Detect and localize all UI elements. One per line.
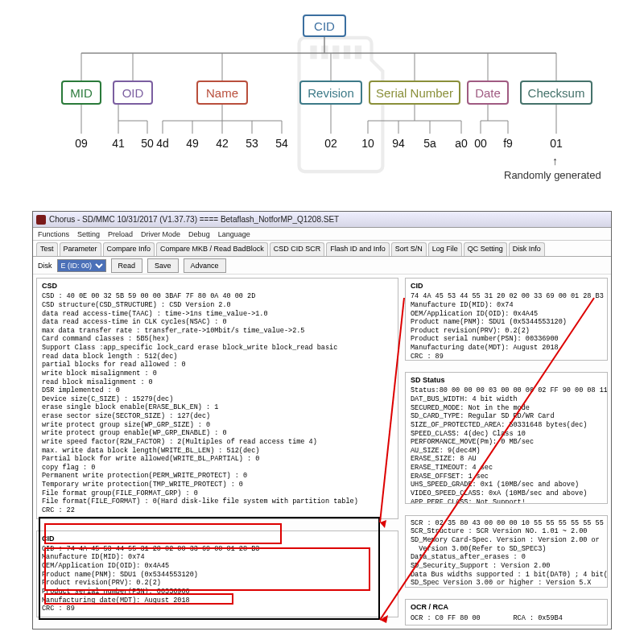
tab-flash[interactable]: Flash ID and Info (326, 242, 390, 256)
csd-line-8: write block misalignment : 0 (42, 369, 393, 378)
tab-log[interactable]: Log File (428, 242, 462, 256)
app-icon (36, 215, 46, 225)
csd-line-1: data read access-time(TAAC) : time->1ns … (42, 310, 393, 319)
cid-hex-red-box (44, 523, 282, 544)
scr-line-6: SD_Spec Version 3.00 or higher : Version… (411, 579, 602, 588)
menu-driver[interactable]: Driver Mode (141, 230, 180, 238)
sd-status-line-1: SECURED_MODE: Not in the mode (411, 404, 602, 413)
csd-line-17: max. write data block length(WRITE_BL_LE… (42, 447, 393, 456)
svg-rect-4 (355, 46, 361, 60)
read-button[interactable]: Read (111, 258, 143, 273)
svg-rect-0 (310, 46, 316, 60)
tab-compare[interactable]: Compare Info (103, 242, 155, 256)
scr-line-4: SD_Security_Support : Version 2.00 (411, 562, 602, 571)
scr-line-1: SD_Memory Card-Spec. Version : Version 2… (411, 536, 602, 545)
tab-test[interactable]: Test (36, 242, 58, 256)
csd-line-20: Permanent write protection(PERM_WRITE_PR… (42, 472, 393, 481)
right-cid-line-0: Manufacture ID(MID): 0x74 (411, 301, 602, 310)
hex-chk-0: 01 (550, 137, 563, 150)
csd-line-16: write speed factor(R2W_FACTOR) : 2(Multi… (42, 438, 393, 447)
sd-status-line-2: SD_CARD_TYPE: Regular SD RD/WR Card (411, 412, 602, 421)
hex-sn-2: 5a (423, 137, 436, 150)
diagram-field-date: Date (467, 80, 509, 105)
csd-hex: CSD : 40 0E 00 32 5B 59 00 00 3BAF 7F 80… (42, 292, 393, 301)
diagram-field-sn: Serial Number (369, 80, 460, 105)
svg-rect-3 (344, 46, 350, 60)
advance-button[interactable]: Advance (184, 258, 226, 273)
window-title: Chorus - SD/MMC 10/31/2017 (V1.37.73) ==… (49, 215, 339, 224)
hex-name-4: 54 (275, 137, 288, 150)
csd-line-24: CRC : 22 (42, 506, 393, 515)
arrow-up-icon: ↑ (552, 155, 558, 167)
tab-mkb[interactable]: Compare MKB / Read BadBlock (156, 242, 268, 256)
tab-qc[interactable]: QC Setting (464, 242, 507, 256)
toolbar: Disk E (ID: 00) Read Save Advance (33, 257, 611, 275)
hex-date-1: f9 (503, 137, 513, 150)
diagram-hex-row: 09 41 50 4d 49 42 53 54 02 10 94 5a a0 0… (0, 137, 644, 153)
diagram-root-cid: CID (303, 14, 346, 37)
sd-status-header: SD Status (411, 376, 602, 385)
csd-line-6: read data block length : 512(dec) (42, 353, 393, 361)
tabbar: Test Parameter Compare Info Compare MKB … (33, 241, 611, 257)
sd-status-line-6: AU_SIZE: 9(dec4M) (411, 447, 602, 456)
tab-diskinfo[interactable]: Disk Info (509, 242, 545, 256)
right-cid-line-6: CRC : 89 (411, 353, 602, 361)
csd-line-14: write protect group size(WP_GRP_SIZE) : … (42, 421, 393, 430)
diagram-field-rev: Revision (299, 80, 362, 105)
right-cid-line-2: Product name(PNM): SDU1 (0x5344553120) (411, 318, 602, 327)
tab-sort[interactable]: Sort S/N (391, 242, 427, 256)
tab-parameter[interactable]: Parameter (60, 242, 101, 256)
csd-line-10: DSR implemented : 0 (42, 386, 393, 395)
scr-header: SCR : 02 35 80 43 00 00 00 10 55 55 55 5… (411, 519, 602, 528)
hex-rev-0: 02 (324, 137, 337, 150)
csd-line-23: File format(FILE_FORMAT) : 0(Hard disk-l… (42, 497, 393, 506)
diagram-field-mid: MID (61, 80, 101, 105)
csd-line-18: Partial block for write allowed(WRITE_BL… (42, 455, 393, 464)
sd-status-panel: SD Status Status:80 00 00 00 03 00 00 00… (405, 372, 608, 504)
csd-line-9: read block misalignment : 0 (42, 378, 393, 387)
svg-rect-1 (321, 46, 328, 60)
csd-line-2: data read access-time in CLK cycles(NSAC… (42, 318, 393, 327)
hex-name-3: 53 (246, 137, 258, 150)
sd-status-line-9: ERASE_OFFSET: 1 sec (411, 473, 602, 481)
ocr-panel: OCR / RCA OCR : C0 FF 80 00 RCA : 0x59B4 (405, 599, 608, 625)
right-cid-line-4: Product serial number(PSN): 00336900 (411, 335, 602, 344)
svg-rect-2 (332, 46, 339, 60)
disk-label: Disk (38, 262, 52, 270)
menu-language[interactable]: Language (218, 230, 250, 238)
ocr-line: OCR : C0 FF 80 00 RCA : 0x59B4 (411, 614, 602, 623)
menu-functions[interactable]: Functions (38, 230, 69, 238)
hex-oid-1: 50 (141, 137, 154, 150)
scr-line-2: Version 3.00(Refer to SD_SPEC3) (411, 545, 602, 554)
right-cid-header: CID (411, 282, 602, 291)
menu-preload[interactable]: Preload (108, 230, 133, 238)
tab-csd-cid[interactable]: CSD CID SCR (270, 242, 325, 256)
csd-line-21: Temporary write protection(TMP_WRITE_PRO… (42, 481, 393, 489)
right-cid-panel: CID 74 4A 45 53 44 55 31 20 02 00 33 69 … (405, 278, 608, 361)
csd-line-0: CSD structure(CSD_STRUCTURE) : CSD Versi… (42, 301, 393, 310)
hex-name-2: 42 (216, 137, 229, 150)
hex-name-1: 49 (186, 137, 199, 150)
csd-line-3: max data transfer rate : transfer_rate->… (42, 327, 393, 336)
scr-line-5: Data Bus widths supported : 1 bit(DAT0) … (411, 571, 602, 580)
hex-name-0: 4d (156, 137, 169, 150)
csd-line-13: erase sector size(SECTOR_SIZE) : 127(dec… (42, 412, 393, 421)
disk-select[interactable]: E (ID: 00) (57, 259, 106, 272)
sd-status-line-0: DAT_BUS_WIDTH: 4 bit width (411, 395, 602, 404)
right-cid-line-5: Manufacturing date(MDT): August 2018 (411, 344, 602, 353)
cid-structure-diagram: CID MID OID Name Revision Serial Number … (0, 0, 644, 209)
sd-status-line-10: UHS_SPEED_GRADE: 0x1 (10MB/sec and above… (411, 481, 602, 489)
scr-panel: SCR : 02 35 80 43 00 00 00 10 55 55 55 5… (405, 515, 608, 588)
scr-line-0: SCR_Structure : SCR Version NO. 1.01 ~ 2… (411, 527, 602, 536)
save-button[interactable]: Save (147, 258, 179, 273)
csd-panel: CSD CSD : 40 0E 00 32 5B 59 00 00 3BAF 7… (36, 278, 398, 519)
menu-debug[interactable]: Debug (188, 230, 210, 238)
hex-sn-1: 94 (392, 137, 405, 150)
titlebar[interactable]: Chorus - SD/MMC 10/31/2017 (V1.37.73) ==… (33, 212, 611, 228)
menu-setting[interactable]: Setting (77, 230, 100, 238)
diagram-field-oid: OID (113, 80, 153, 105)
hex-mid-0: 09 (75, 137, 88, 150)
csd-line-19: copy flag : 0 (42, 464, 393, 473)
csd-line-11: Device size(C_SIZE) : 15279(dec) (42, 395, 393, 404)
sd-status-line-5: PERFORMANCE_MOVE(Pm): 0 MB/sec (411, 438, 602, 447)
